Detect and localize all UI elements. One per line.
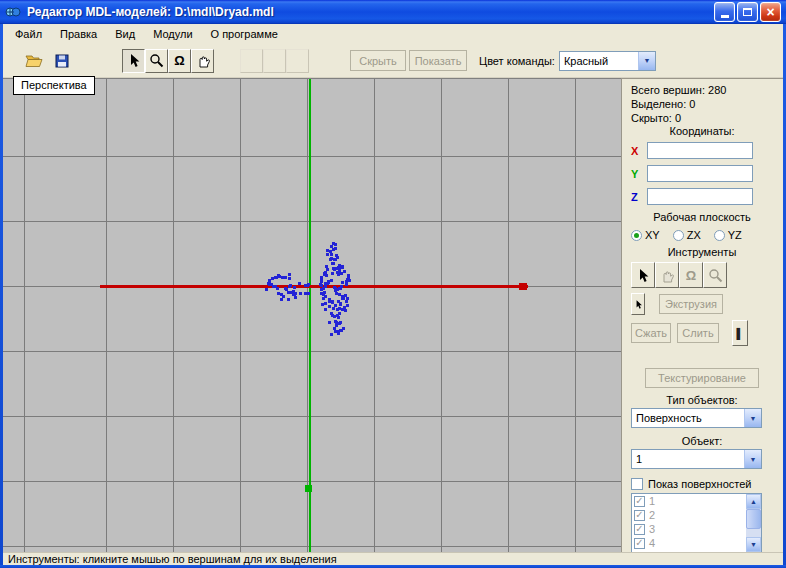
vertex-point[interactable]: [274, 285, 277, 288]
plane-zx-radio[interactable]: ZX: [673, 229, 701, 241]
vertex-point[interactable]: [346, 304, 349, 307]
vertex-point[interactable]: [265, 288, 268, 291]
scrollbar-thumb[interactable]: [746, 509, 761, 529]
rotate-tool-button[interactable]: Ω: [168, 49, 191, 73]
scroll-up-button[interactable]: ▲: [746, 494, 761, 509]
list-item[interactable]: ✓ 1: [632, 494, 761, 508]
vertex-point[interactable]: [330, 253, 333, 256]
vertex-point[interactable]: [341, 265, 344, 268]
vertex-point[interactable]: [347, 274, 350, 277]
vertex-point[interactable]: [304, 284, 307, 287]
vertex-point[interactable]: [284, 276, 287, 279]
vertex-point[interactable]: [328, 321, 331, 324]
vertex-point[interactable]: [346, 278, 349, 281]
vertex-point[interactable]: [341, 308, 344, 311]
x-coordinate-input[interactable]: [647, 142, 753, 159]
show-surfaces-checkbox[interactable]: [631, 478, 643, 490]
vertex-point[interactable]: [285, 288, 288, 291]
vertex-point[interactable]: [268, 279, 271, 282]
dropdown-button[interactable]: ▼: [638, 52, 655, 70]
mini-select-button[interactable]: [631, 293, 645, 315]
pan-tool-button[interactable]: [191, 49, 214, 73]
vertex-point[interactable]: [332, 267, 335, 270]
vertex-point[interactable]: [333, 315, 336, 318]
vertex-point[interactable]: [270, 283, 273, 286]
viewport-canvas[interactable]: [3, 78, 621, 552]
checked-checkbox-icon[interactable]: ✓: [634, 538, 645, 549]
vertex-point[interactable]: [322, 293, 325, 296]
vertex-point[interactable]: [341, 281, 344, 284]
vertex-point[interactable]: [323, 272, 326, 275]
vertex-point[interactable]: [343, 270, 346, 273]
panel-zoom-tool-button[interactable]: [703, 262, 727, 288]
menu-modules[interactable]: Модули: [144, 26, 201, 42]
vertex-point[interactable]: [293, 286, 296, 289]
vertex-point[interactable]: [274, 276, 277, 279]
zoom-tool-button[interactable]: [145, 49, 168, 73]
panel-select-tool-button[interactable]: [631, 262, 655, 288]
vertex-point[interactable]: [344, 309, 347, 312]
vertex-point[interactable]: [332, 262, 335, 265]
vertex-point[interactable]: [332, 307, 335, 310]
select-tool-button[interactable]: [122, 49, 145, 73]
show-button[interactable]: Показать: [409, 50, 467, 71]
merge-button[interactable]: Слить: [677, 323, 719, 343]
vertex-point[interactable]: [304, 292, 307, 295]
bone-tool-button[interactable]: ▌: [732, 320, 748, 346]
y-coordinate-input[interactable]: [647, 165, 753, 182]
menu-about[interactable]: О программе: [202, 26, 287, 42]
vertex-point[interactable]: [334, 287, 337, 290]
vertex-point[interactable]: [345, 300, 348, 303]
menu-file[interactable]: Файл: [6, 26, 51, 42]
object-combobox[interactable]: 1 ▼: [631, 449, 762, 469]
maximize-button[interactable]: [737, 2, 758, 22]
vertex-point[interactable]: [280, 293, 283, 296]
hide-button[interactable]: Скрыть: [350, 50, 406, 71]
vertex-point[interactable]: [330, 245, 333, 248]
dropdown-button[interactable]: ▼: [744, 409, 761, 427]
vertex-point[interactable]: [339, 329, 342, 332]
vertex-point[interactable]: [287, 298, 290, 301]
vertex-point[interactable]: [345, 283, 348, 286]
vertex-point[interactable]: [339, 303, 342, 306]
x-axis-endpoint-marker[interactable]: [519, 283, 527, 290]
vertex-point[interactable]: [288, 273, 291, 276]
vertex-point[interactable]: [346, 297, 349, 300]
vertex-point[interactable]: [338, 266, 341, 269]
vertex-point[interactable]: [307, 283, 310, 286]
vertex-point[interactable]: [328, 305, 331, 308]
menu-view[interactable]: Вид: [106, 26, 144, 42]
vertex-point[interactable]: [280, 298, 283, 301]
extrusion-button[interactable]: Экструзия: [659, 294, 723, 314]
checked-checkbox-icon[interactable]: ✓: [634, 524, 645, 535]
vertex-point[interactable]: [298, 282, 301, 285]
close-button[interactable]: ×: [760, 2, 781, 22]
plane-yz-radio[interactable]: YZ: [714, 229, 742, 241]
texturing-button[interactable]: Текстурирование: [645, 368, 759, 388]
vertex-point[interactable]: [336, 256, 339, 259]
panel-rotate-tool-button[interactable]: Ω: [679, 262, 703, 288]
list-scrollbar[interactable]: ▲ ▼: [746, 494, 761, 552]
vertex-point[interactable]: [324, 308, 327, 311]
vertex-point[interactable]: [334, 243, 337, 246]
z-coordinate-input[interactable]: [647, 188, 753, 205]
vertex-point[interactable]: [342, 297, 345, 300]
vertex-point[interactable]: [320, 288, 323, 291]
vertex-point[interactable]: [331, 301, 334, 304]
vertex-point[interactable]: [337, 316, 340, 319]
menu-edit[interactable]: Правка: [51, 26, 106, 42]
checked-checkbox-icon[interactable]: ✓: [634, 510, 645, 521]
vertex-point[interactable]: [326, 249, 329, 252]
scroll-down-button[interactable]: ▼: [746, 537, 761, 552]
vertex-point[interactable]: [324, 302, 327, 305]
vertex-point[interactable]: [326, 253, 329, 256]
vertex-point[interactable]: [325, 265, 328, 268]
open-button[interactable]: [21, 49, 47, 73]
object-type-combobox[interactable]: Поверхность ▼: [631, 408, 762, 428]
y-axis-endpoint-marker[interactable]: [305, 485, 312, 492]
vertex-point[interactable]: [278, 275, 281, 278]
vertex-point[interactable]: [288, 285, 291, 288]
vertex-point[interactable]: [294, 296, 297, 299]
vertex-point[interactable]: [320, 276, 323, 279]
vertex-point[interactable]: [339, 287, 342, 290]
